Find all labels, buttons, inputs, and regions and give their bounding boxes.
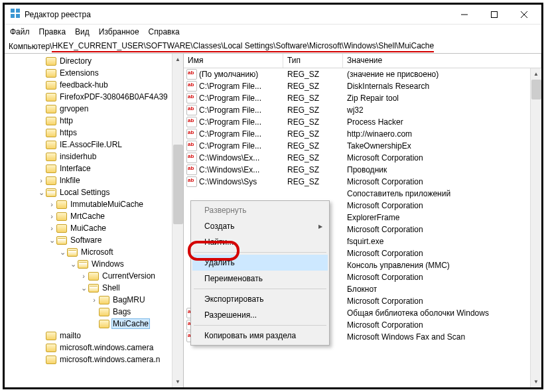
tree-label: MuiCache	[111, 318, 150, 329]
folder-icon	[56, 236, 67, 245]
value-name: C:\Program File...	[199, 129, 261, 139]
tree-item[interactable]: ›CurrentVersion	[5, 270, 183, 282]
tree-item[interactable]: ⌄Local Settings	[5, 186, 183, 198]
separator	[194, 252, 326, 253]
col-type[interactable]: Тип	[283, 54, 343, 68]
menu-view[interactable]: Вид	[75, 27, 90, 36]
tree-item[interactable]: microsoft.windows.camera	[5, 342, 183, 354]
tree-item[interactable]: ›MuiCache	[5, 222, 183, 234]
menu-file[interactable]: Файл	[10, 27, 30, 36]
ctx-permissions[interactable]: Разрешения...	[192, 307, 328, 323]
menu-favorites[interactable]: Избранное	[99, 27, 139, 36]
tree-item[interactable]: ⌄Shell	[5, 282, 183, 294]
ctx-copykey[interactable]: Копировать имя раздела	[192, 328, 328, 344]
tree-item[interactable]: IE.AssocFile.URL	[5, 139, 183, 151]
ctx-rename[interactable]: Переименовать	[192, 271, 328, 287]
ctx-find[interactable]: Найти...	[192, 234, 328, 250]
col-data[interactable]: Значение	[343, 54, 541, 68]
list-row[interactable]: C:\Program File...REG_SZwj32	[184, 104, 541, 116]
expand-icon[interactable]: ›	[79, 272, 88, 280]
expand-icon[interactable]: ⌄	[47, 236, 56, 245]
folder-icon	[56, 224, 67, 233]
maximize-button[interactable]	[479, 5, 509, 24]
list-row[interactable]: Сопоставитель приложений	[184, 188, 541, 200]
string-value-icon	[186, 69, 197, 80]
tree-item[interactable]: Extensions	[5, 67, 183, 79]
ctx-expand[interactable]: Развернуть	[192, 202, 328, 218]
list-row[interactable]: C:\Program File...REG_SZDiskInternals Re…	[184, 80, 541, 92]
tree-label: microsoft.windows.camera.n	[58, 355, 161, 364]
expand-icon[interactable]: ⌄	[58, 248, 67, 257]
scroll-up-icon[interactable]: ▲	[172, 54, 183, 65]
tree-scrollbar[interactable]: ▲ ▼	[172, 54, 183, 387]
list-row[interactable]: C:\Program File...REG_SZZip Repair tool	[184, 92, 541, 104]
list-row[interactable]: C:\Windows\Ex...REG_SZПроводник	[184, 164, 541, 176]
close-button[interactable]	[509, 5, 539, 24]
col-name[interactable]: Имя	[184, 54, 283, 68]
folder-icon	[46, 188, 56, 197]
tree-label: MrtCache	[69, 212, 106, 221]
folder-icon	[78, 260, 88, 269]
address-bar[interactable]: Компьютер\HKEY_CURRENT_USER\SOFTWARE\Cla…	[5, 39, 541, 54]
svg-rect-2	[11, 14, 15, 18]
tree-item[interactable]: MuiCache	[5, 318, 183, 330]
scroll-thumb[interactable]	[173, 145, 183, 224]
tree-item[interactable]: microsoft.windows.camera.n	[5, 354, 183, 365]
tree-item[interactable]: ⌄Microsoft	[5, 246, 183, 258]
value-name: C:\Program File...	[199, 105, 261, 115]
list-row[interactable]: C:\Windows\Ex...REG_SZMicrosoft Corporat…	[184, 152, 541, 164]
menu-edit[interactable]: Правка	[39, 27, 66, 36]
list-row[interactable]: C:\Program File...REG_SZProcess Hacker	[184, 116, 541, 128]
tree-label: FirefoxPDF-308046B0AF4A39	[58, 92, 169, 101]
expand-icon[interactable]: ⌄	[36, 188, 46, 197]
tree-item[interactable]: ⌄Software	[5, 234, 183, 246]
tree-item[interactable]: ›BagMRU	[5, 294, 183, 306]
tree-item[interactable]: ⌄Windows	[5, 258, 183, 270]
tree-item[interactable]: http	[5, 115, 183, 127]
tree-item[interactable]: grvopen	[5, 103, 183, 115]
minimize-button[interactable]	[449, 5, 479, 24]
tree-item[interactable]: Directory	[5, 55, 183, 67]
ctx-new[interactable]: Создать	[192, 218, 328, 234]
list-row[interactable]: C:\Windows\SysREG_SZMicrosoft Corporatio…	[184, 176, 541, 188]
tree-item[interactable]: insiderhub	[5, 151, 183, 163]
tree-item[interactable]: ›lnkfile	[5, 174, 183, 186]
scroll-up-icon[interactable]: ▲	[531, 68, 541, 80]
titlebar[interactable]: Редактор реестра	[5, 5, 541, 25]
expand-icon[interactable]: ⌄	[79, 284, 88, 293]
tree-item[interactable]: Interface	[5, 163, 183, 174]
list-row[interactable]: (По умолчанию)REG_SZ(значение не присвое…	[184, 68, 541, 80]
tree-item[interactable]: Bags	[5, 306, 183, 318]
expand-icon[interactable]: ›	[90, 296, 99, 304]
scroll-thumb[interactable]	[531, 80, 541, 99]
tree-item[interactable]: feedback-hub	[5, 79, 183, 91]
expand-icon[interactable]: ›	[47, 200, 56, 208]
tree-item[interactable]: ›MrtCache	[5, 210, 183, 222]
expand-icon[interactable]: ⌄	[68, 260, 78, 269]
expand-icon[interactable]: ›	[47, 224, 56, 232]
scroll-down-icon[interactable]: ▼	[172, 376, 183, 387]
menu-help[interactable]: Справка	[149, 27, 180, 36]
tree-item[interactable]: mailto	[5, 330, 183, 342]
tree-item[interactable]: FirefoxPDF-308046B0AF4A39	[5, 91, 183, 103]
separator	[194, 289, 326, 289]
scroll-down-icon[interactable]: ▼	[531, 376, 541, 387]
tree-item[interactable]: https	[5, 127, 183, 139]
value-data: Microsoft Corporation	[343, 249, 541, 258]
tree-item[interactable]: ›ImmutableMuiCache	[5, 198, 183, 210]
list-header[interactable]: Имя Тип Значение	[184, 54, 541, 68]
list-row[interactable]: C:\Program File...REG_SZTakeOwnershipEx	[184, 140, 541, 152]
folder-icon	[99, 308, 109, 316]
expand-icon[interactable]: ›	[36, 176, 46, 184]
value-data: fsquirt.exe	[343, 237, 541, 246]
value-type: REG_SZ	[283, 141, 343, 151]
context-menu: Развернуть Создать Найти... Удалить Пере…	[190, 200, 330, 346]
list-row[interactable]: C:\Program File...REG_SZhttp://winaero.c…	[184, 128, 541, 140]
list-scrollbar[interactable]: ▲ ▼	[530, 68, 541, 387]
registry-tree[interactable]: ▲ ▼ DirectoryExtensionsfeedback-hubFiref…	[5, 54, 184, 387]
ctx-export[interactable]: Экспортировать	[192, 291, 328, 307]
value-type: REG_SZ	[283, 165, 343, 174]
expand-icon[interactable]: ›	[47, 212, 56, 220]
value-data: Сопоставитель приложений	[343, 189, 541, 198]
ctx-delete[interactable]: Удалить	[192, 255, 328, 271]
